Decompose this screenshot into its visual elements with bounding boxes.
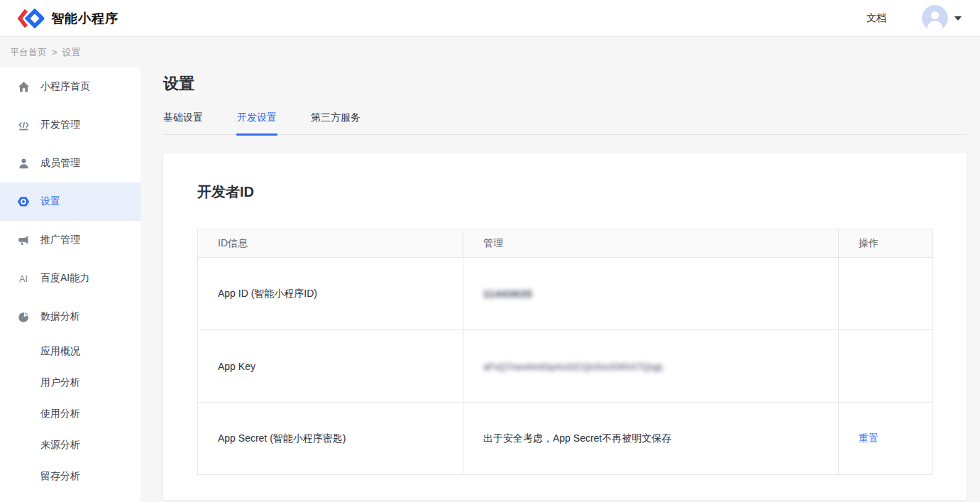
- sidebar-subitem-usage-analysis[interactable]: 使用分析: [0, 398, 141, 430]
- sidebar-subitem-label: 使用分析: [40, 408, 80, 420]
- app-secret-note: 出于安全考虑，App Secret不再被明文保存: [463, 403, 839, 475]
- sidebar-item-promotion[interactable]: 推广管理: [0, 221, 141, 259]
- row-label: App ID (智能小程序ID): [198, 258, 463, 330]
- sidebar-subitem-source-analysis[interactable]: 来源分析: [0, 430, 141, 461]
- table-row-app-id: App ID (智能小程序ID) 11443635: [198, 258, 933, 330]
- app-id-value-blurred: 11443635: [483, 288, 533, 300]
- tab-dev-settings[interactable]: 开发设置: [237, 111, 277, 134]
- sidebar-item-dev-manage[interactable]: 开发管理: [0, 106, 141, 144]
- sidebar-subitem-retention-analysis[interactable]: 留存分析: [0, 461, 141, 492]
- sidebar-item-label: 数据分析: [40, 310, 80, 323]
- main-content: 设置 基础设置 开发设置 第三方服务 开发者ID ID信息 管理 操作 App …: [163, 67, 967, 500]
- breadcrumb-home[interactable]: 平台首页: [10, 46, 47, 59]
- tab-basic-settings[interactable]: 基础设置: [163, 111, 203, 134]
- home-icon: [17, 80, 30, 93]
- pie-chart-icon: [17, 310, 30, 323]
- docs-link[interactable]: 文档: [866, 12, 886, 25]
- top-bar: 智能小程序 文档: [0, 0, 980, 37]
- reset-link[interactable]: 重置: [859, 432, 879, 444]
- action-cell: [839, 330, 933, 403]
- brand[interactable]: 智能小程序: [17, 9, 119, 28]
- table-row-app-secret: App Secret (智能小程序密匙) 出于安全考虑，App Secret不再…: [198, 403, 933, 475]
- sidebar-item-ai[interactable]: AI 百度AI能力: [0, 259, 141, 298]
- sidebar: 小程序首页 开发管理 成员管理 设置: [0, 67, 141, 502]
- table-row-app-key: App Key aFsQ7nwshmtGpAs32CQnSxUGKhX7QsgL: [198, 330, 933, 403]
- top-bar-right: 文档: [866, 5, 962, 31]
- sidebar-subitem-label: 用户分析: [40, 376, 80, 389]
- chevron-down-icon[interactable]: [954, 16, 962, 21]
- sidebar-subitem-user-analysis[interactable]: 用户分析: [0, 367, 141, 398]
- row-label: App Secret (智能小程序密匙): [198, 403, 463, 475]
- code-icon: [17, 119, 30, 131]
- sidebar-item-label: 开发管理: [40, 119, 80, 131]
- ai-icon: AI: [17, 272, 30, 285]
- tab-third-party[interactable]: 第三方服务: [311, 111, 360, 134]
- tabs: 基础设置 开发设置 第三方服务: [163, 111, 967, 135]
- sidebar-item-analytics[interactable]: 数据分析: [0, 298, 141, 336]
- smart-program-logo-icon: [17, 9, 44, 28]
- developer-id-table: ID信息 管理 操作 App ID (智能小程序ID) 11443635 App…: [197, 229, 933, 475]
- avatar[interactable]: [922, 5, 948, 31]
- column-header-manage: 管理: [463, 229, 839, 258]
- settings-icon: [17, 195, 30, 208]
- action-cell: [839, 258, 933, 330]
- sidebar-item-label: 设置: [40, 195, 60, 208]
- svg-text:AI: AI: [19, 274, 28, 284]
- app-key-value-blurred: aFsQ7nwshmtGpAs32CQnSxUGKhX7QsgL: [483, 361, 664, 372]
- breadcrumb: 平台首页 > 设置: [0, 37, 980, 67]
- sidebar-subitem-app-overview[interactable]: 应用概况: [0, 336, 141, 367]
- table-header-row: ID信息 管理 操作: [198, 229, 933, 258]
- column-header-id-info: ID信息: [198, 229, 463, 258]
- sidebar-item-label: 成员管理: [40, 157, 80, 170]
- member-icon: [17, 157, 30, 170]
- sidebar-item-label: 推广管理: [40, 234, 80, 246]
- sidebar-subitem-label: 应用概况: [40, 345, 80, 358]
- sidebar-subitem-label: 来源分析: [40, 439, 80, 452]
- card-title: 开发者ID: [197, 182, 932, 202]
- sidebar-item-label: 百度AI能力: [40, 272, 89, 285]
- breadcrumb-current: 设置: [62, 46, 81, 59]
- row-label: App Key: [198, 330, 463, 403]
- sidebar-item-members[interactable]: 成员管理: [0, 144, 141, 182]
- column-header-action: 操作: [839, 229, 933, 258]
- sidebar-item-label: 小程序首页: [40, 80, 90, 93]
- megaphone-icon: [17, 234, 30, 246]
- page-title: 设置: [163, 73, 967, 94]
- sidebar-item-settings[interactable]: 设置: [0, 182, 141, 221]
- sidebar-item-home[interactable]: 小程序首页: [0, 67, 141, 106]
- sidebar-subitem-label: 留存分析: [40, 470, 80, 483]
- breadcrumb-separator: >: [52, 47, 57, 58]
- brand-name: 智能小程序: [51, 10, 119, 27]
- developer-id-card: 开发者ID ID信息 管理 操作 App ID (智能小程序ID) 114436…: [163, 153, 967, 500]
